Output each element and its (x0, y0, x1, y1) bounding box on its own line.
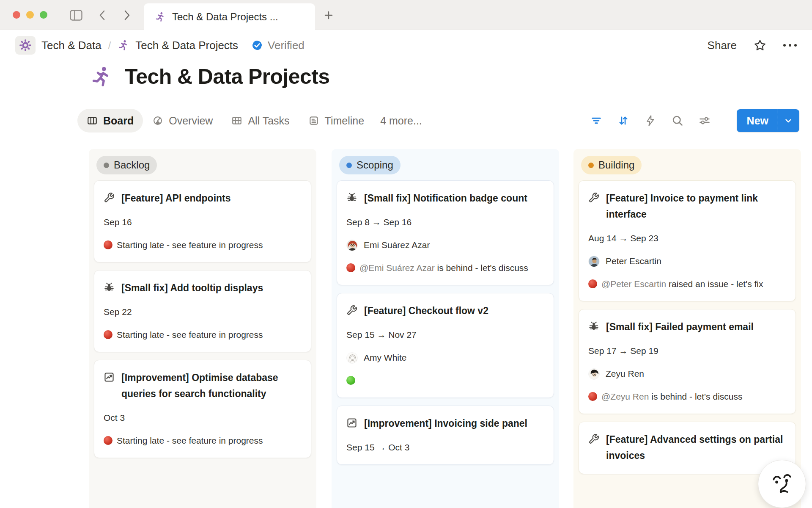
page-title-row: Tech & Data Projects (90, 64, 329, 89)
avatar-amy (346, 352, 358, 364)
search-button[interactable] (672, 115, 683, 127)
chevron-down-icon (784, 116, 793, 125)
card-date: Sep 16 (104, 215, 302, 229)
card-date: Sep 17 → Sep 19 (588, 344, 786, 358)
breadcrumb-separator: / (107, 39, 112, 51)
filter-icon (590, 115, 602, 127)
tab-label: Overview (169, 115, 213, 127)
verified-seal-icon (251, 39, 263, 52)
task-card[interactable]: [Improvement] Optimise database queries … (94, 360, 311, 458)
status-ball-icon (346, 376, 355, 385)
breadcrumb-workspace[interactable]: Tech & Data (41, 39, 102, 52)
status-ball-icon (588, 279, 597, 288)
column-header-scoping[interactable]: Scoping (339, 156, 401, 174)
card-status: Starting late - see feature in progress (104, 434, 302, 447)
card-title: [Improvement] Optimise database queries … (121, 370, 302, 402)
sort-icon (617, 115, 629, 127)
verified-label: Verified (268, 39, 304, 52)
assignee-name: Peter Escartin (606, 254, 661, 268)
tab-title: Tech & Data Projects ... (172, 11, 278, 23)
card-title: [Improvement] Invoicing side panel (364, 415, 527, 431)
avatar-emi (346, 240, 358, 251)
sidebar-toggle-button[interactable] (68, 7, 85, 23)
view-settings-button[interactable] (699, 115, 710, 127)
card-assignee: Zeyu Ren (588, 367, 786, 381)
new-button-group: New (737, 109, 799, 132)
tab-label: Timeline (325, 115, 365, 127)
column-name: Building (598, 159, 634, 171)
task-card[interactable]: [Small fix] Notification badge count Sep… (337, 180, 554, 285)
assignee-name: Zeyu Ren (606, 367, 644, 381)
card-date: Sep 22 (104, 305, 302, 319)
task-card[interactable]: [Small fix] Failed payment email Sep 17 … (579, 309, 796, 414)
search-icon (672, 115, 683, 127)
gear-icon (19, 39, 32, 52)
tab-all-tasks[interactable]: All Tasks (222, 109, 299, 133)
task-card[interactable]: [Improvement] Invoicing side panel Sep 1… (337, 406, 554, 465)
avatar-peter (588, 256, 600, 267)
task-card[interactable]: [Feature] Invoice to payment link interf… (579, 180, 796, 301)
sidebar-toggle-icon (70, 10, 82, 21)
tab-tech-data-projects[interactable]: Tech & Data Projects ... (144, 3, 315, 30)
more-views-button[interactable]: 4 more... (373, 115, 429, 127)
status-dot (588, 163, 594, 168)
wrench-icon (588, 190, 599, 203)
tab-label: All Tasks (248, 115, 289, 127)
header-actions: Share (708, 39, 797, 52)
column-name: Backlog (114, 159, 150, 171)
workspace-chip[interactable] (15, 36, 36, 55)
filter-button[interactable] (590, 115, 602, 127)
card-date: Sep 8 → Sep 16 (346, 215, 544, 229)
task-card[interactable]: [Feature] Checkout flow v2 Sep 15 → Nov … (337, 293, 554, 398)
status-ball-icon (104, 436, 112, 445)
column-backlog: Backlog [Feature] API endpoints Sep 16 S… (89, 149, 316, 508)
minimize-window-button[interactable] (26, 11, 34, 19)
wrench-icon (104, 190, 115, 203)
more-options-button[interactable] (783, 44, 797, 47)
status-dot (346, 163, 352, 168)
column-header-building[interactable]: Building (581, 156, 642, 174)
new-dropdown-button[interactable] (777, 116, 799, 125)
verified-badge[interactable]: Verified (251, 39, 304, 52)
status-ball-icon (346, 263, 355, 272)
runner-icon (118, 39, 129, 51)
breadcrumb: Tech & Data / Tech & Data Projects Verif… (15, 36, 304, 55)
nav-back-button[interactable] (94, 7, 111, 23)
column-header-backlog[interactable]: Backlog (96, 156, 157, 174)
zoom-window-button[interactable] (40, 11, 47, 19)
new-button[interactable]: New (737, 115, 777, 127)
breadcrumb-page[interactable]: Tech & Data Projects (135, 39, 238, 52)
card-title: [Feature] API endpoints (121, 190, 231, 206)
sort-button[interactable] (617, 115, 629, 127)
task-card[interactable]: [Small fix] Add tooltip displays Sep 22 … (94, 270, 311, 352)
card-title: [Small fix] Failed payment email (606, 319, 754, 335)
assignee-name: Amy White (364, 351, 407, 364)
task-card[interactable]: [Feature] Advanced settings on partial i… (579, 422, 796, 474)
wrench-icon (588, 431, 599, 444)
card-date: Oct 3 (104, 411, 302, 425)
status-ball-icon (588, 392, 597, 401)
chart-icon (346, 415, 357, 428)
tab-timeline[interactable]: Timeline (299, 109, 374, 133)
card-status: @Emi Suárez Azar is behind - let's discu… (346, 261, 544, 275)
new-tab-button[interactable] (320, 7, 337, 23)
nav-forward-button[interactable] (118, 7, 135, 23)
plus-icon (324, 10, 334, 20)
tab-overview[interactable]: Overview (143, 109, 222, 133)
notion-ai-button[interactable] (758, 460, 806, 508)
view-toolbar: New (590, 109, 799, 132)
card-status: Starting late - see feature in progress (104, 238, 302, 252)
table-icon (231, 115, 242, 126)
card-title: [Feature] Advanced settings on partial i… (606, 431, 786, 464)
star-icon[interactable] (754, 39, 766, 52)
column-building: Building [Feature] Invoice to payment li… (573, 149, 801, 508)
bug-icon (104, 280, 115, 293)
kanban-board: Backlog [Feature] API endpoints Sep 16 S… (0, 149, 812, 508)
automation-button[interactable] (645, 115, 656, 127)
share-button[interactable]: Share (708, 39, 737, 52)
task-card[interactable]: [Feature] API endpoints Sep 16 Starting … (94, 180, 311, 262)
tab-label: Board (103, 115, 134, 127)
tab-board[interactable]: Board (77, 109, 143, 133)
lightning-icon (645, 115, 656, 127)
close-window-button[interactable] (13, 11, 20, 19)
